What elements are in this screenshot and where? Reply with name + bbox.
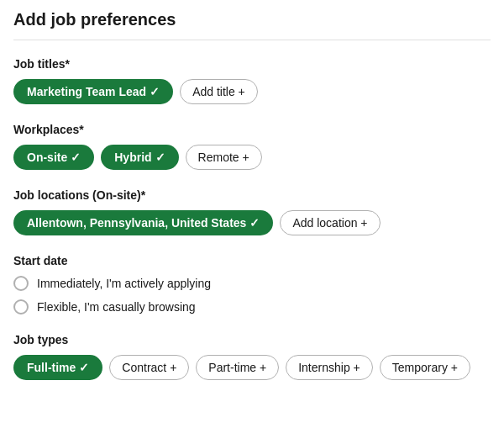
- check-icon: ✓: [249, 216, 260, 230]
- job-types-chips: Full-time ✓ Contract + Part-time + Inter…: [13, 355, 491, 380]
- chip-label: Hybrid: [114, 151, 151, 164]
- internship-chip[interactable]: Internship +: [286, 355, 373, 380]
- flexible-label: Flexible, I'm casually browsing: [37, 300, 196, 314]
- add-title-label: Add title +: [192, 85, 245, 98]
- check-icon: ✓: [71, 151, 81, 164]
- marketing-team-lead-chip[interactable]: Marketing Team Lead ✓: [13, 79, 173, 104]
- job-locations-section: Job locations (On-site)* Allentown, Penn…: [13, 188, 491, 235]
- job-locations-label: Job locations (On-site)*: [13, 188, 491, 202]
- fulltime-chip[interactable]: Full-time ✓: [13, 355, 102, 380]
- check-icon: ✓: [150, 85, 160, 98]
- start-date-section: Start date Immediately, I'm actively app…: [13, 254, 491, 314]
- workplaces-label: Workplaces*: [13, 123, 491, 136]
- check-icon: ✓: [155, 151, 165, 164]
- chip-label: Temporary +: [392, 361, 458, 374]
- temporary-chip[interactable]: Temporary +: [380, 355, 470, 380]
- add-location-label: Add location +: [292, 216, 367, 230]
- chip-label: Allentown, Pennsylvania, United States: [27, 216, 246, 230]
- immediately-label: Immediately, I'm actively applying: [37, 277, 211, 290]
- workplaces-section: Workplaces* On-site ✓ Hybrid ✓ Remote +: [13, 123, 491, 170]
- chip-label: Full-time: [27, 361, 76, 374]
- start-date-label: Start date: [13, 254, 491, 267]
- add-title-button[interactable]: Add title +: [180, 79, 258, 104]
- job-locations-chips: Allentown, Pennsylvania, United States ✓…: [13, 210, 491, 235]
- immediately-option[interactable]: Immediately, I'm actively applying: [13, 276, 491, 291]
- parttime-chip[interactable]: Part-time +: [196, 355, 279, 380]
- flexible-option[interactable]: Flexible, I'm casually browsing: [13, 299, 491, 314]
- hybrid-chip[interactable]: Hybrid ✓: [101, 145, 178, 170]
- remote-chip[interactable]: Remote +: [186, 145, 262, 170]
- chip-label: Part-time +: [208, 361, 266, 374]
- workplaces-chips: On-site ✓ Hybrid ✓ Remote +: [13, 145, 491, 170]
- chip-label: Marketing Team Lead: [27, 85, 146, 98]
- onsite-chip[interactable]: On-site ✓: [13, 145, 94, 170]
- start-date-radio-group: Immediately, I'm actively applying Flexi…: [13, 276, 491, 314]
- job-types-section: Job types Full-time ✓ Contract + Part-ti…: [13, 333, 491, 380]
- add-location-button[interactable]: Add location +: [280, 210, 380, 235]
- chip-label: On-site: [27, 151, 67, 164]
- chip-label: Remote +: [198, 151, 249, 164]
- allentown-chip[interactable]: Allentown, Pennsylvania, United States ✓: [13, 210, 273, 235]
- job-titles-section: Job titles* Marketing Team Lead ✓ Add ti…: [13, 57, 491, 104]
- page-title: Add job preferences: [13, 10, 491, 40]
- flexible-radio[interactable]: [13, 299, 29, 314]
- chip-label: Contract +: [122, 361, 176, 374]
- immediately-radio[interactable]: [13, 276, 29, 291]
- job-types-label: Job types: [13, 333, 491, 346]
- contract-chip[interactable]: Contract +: [109, 355, 189, 380]
- job-titles-label: Job titles*: [13, 57, 491, 71]
- check-icon: ✓: [79, 361, 89, 374]
- chip-label: Internship +: [298, 361, 360, 374]
- job-titles-chips: Marketing Team Lead ✓ Add title +: [13, 79, 491, 104]
